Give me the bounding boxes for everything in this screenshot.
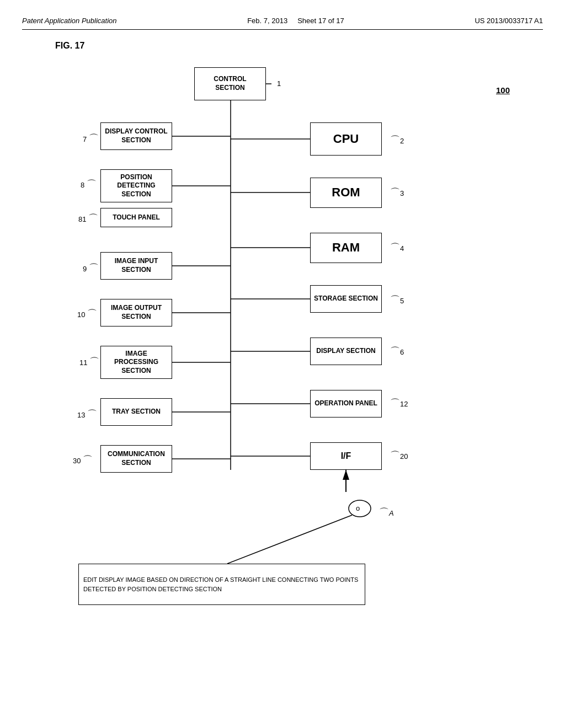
- control-section-label: CONTROL SECTION: [214, 75, 246, 92]
- display-control-section-box: DISPLAY CONTROL SECTION: [100, 122, 172, 150]
- ref-3: ⌒3: [390, 186, 404, 199]
- image-processing-section-box: IMAGE PROCESSING SECTION: [100, 346, 172, 379]
- ref-20: ⌒20: [390, 449, 408, 462]
- if-box: I/F: [310, 442, 382, 470]
- ref-6: ⌒6: [390, 345, 404, 358]
- image-output-section-box: IMAGE OUTPUT SECTION: [100, 299, 172, 326]
- ref-13: 13 ⌒: [77, 408, 97, 421]
- position-detecting-label: POSITION DETECTING SECTION: [117, 173, 155, 199]
- note-label: EDIT DISPLAY IMAGE BASED ON DIRECTION OF…: [83, 575, 360, 593]
- control-section-box: CONTROL SECTION: [194, 67, 266, 100]
- ref-2: ⌒2: [390, 133, 404, 147]
- ref-30: 30 ⌒: [73, 453, 93, 467]
- rom-box: ROM: [310, 178, 382, 208]
- touch-panel-label: TOUCH PANEL: [113, 213, 160, 222]
- ram-label: RAM: [332, 240, 360, 256]
- ref-12: ⌒12: [390, 397, 408, 410]
- operation-panel-box: OPERATION PANEL: [310, 390, 382, 417]
- cpu-label: CPU: [333, 131, 359, 147]
- cpu-box: CPU: [310, 122, 382, 156]
- header-date: Feb. 7, 2013: [247, 17, 287, 25]
- storage-label: STORAGE SECTION: [314, 295, 378, 303]
- ref-5: ⌒5: [390, 293, 404, 307]
- page: Patent Application Publication Feb. 7, 2…: [0, 0, 565, 728]
- image-processing-label: IMAGE PROCESSING SECTION: [114, 350, 158, 376]
- display-section-label: DISPLAY SECTION: [316, 347, 375, 356]
- ref-7: 7 ⌒: [83, 132, 99, 145]
- svg-line-20: [227, 515, 352, 564]
- ref-9: 9 ⌒: [83, 261, 99, 275]
- display-ctrl-label: DISPLAY CONTROL SECTION: [105, 127, 167, 144]
- if-label: I/F: [341, 451, 351, 462]
- ref-1: 1: [277, 79, 281, 88]
- image-output-label: IMAGE OUTPUT SECTION: [111, 304, 162, 321]
- ram-box: RAM: [310, 233, 382, 263]
- svg-text:o: o: [356, 504, 360, 512]
- header-date-sheet: Feb. 7, 2013 Sheet 17 of 17: [247, 17, 344, 25]
- diagram: o CONTROL SECTION 1 DISPLAY CONTROL SECT…: [45, 67, 520, 619]
- image-input-section-box: IMAGE INPUT SECTION: [100, 252, 172, 280]
- ref-10: 10 ⌒: [77, 307, 97, 320]
- ref-81: 81 ⌒: [78, 212, 98, 225]
- touch-panel-box: TOUCH PANEL: [100, 208, 172, 227]
- tray-label: TRAY SECTION: [112, 408, 161, 416]
- ref-11: 11 ⌒: [79, 355, 99, 368]
- svg-marker-17: [343, 470, 349, 480]
- ref-8: 8 ⌒: [81, 178, 97, 191]
- svg-point-18: [349, 500, 371, 517]
- communication-section-box: COMMUNICATION SECTION: [100, 445, 172, 473]
- storage-section-box: STORAGE SECTION: [310, 285, 382, 313]
- position-detecting-section-box: POSITION DETECTING SECTION: [100, 169, 172, 202]
- page-header: Patent Application Publication Feb. 7, 2…: [22, 17, 543, 30]
- header-publication-type: Patent Application Publication: [22, 17, 117, 25]
- header-sheet: Sheet 17 of 17: [297, 17, 344, 25]
- operation-panel-label: OPERATION PANEL: [315, 399, 377, 408]
- image-input-label: IMAGE INPUT SECTION: [115, 257, 158, 274]
- communication-label: COMMUNICATION SECTION: [108, 450, 165, 467]
- note-box: EDIT DISPLAY IMAGE BASED ON DIRECTION OF…: [78, 564, 365, 605]
- tray-section-box: TRAY SECTION: [100, 398, 172, 426]
- display-section-box: DISPLAY SECTION: [310, 338, 382, 365]
- header-patent-number: US 2013/0033717 A1: [475, 17, 543, 25]
- figure-title: FIG. 17: [55, 41, 543, 51]
- ref-A: ⌒A: [379, 506, 394, 519]
- ref-4: ⌒4: [390, 241, 404, 254]
- rom-label: ROM: [332, 185, 360, 201]
